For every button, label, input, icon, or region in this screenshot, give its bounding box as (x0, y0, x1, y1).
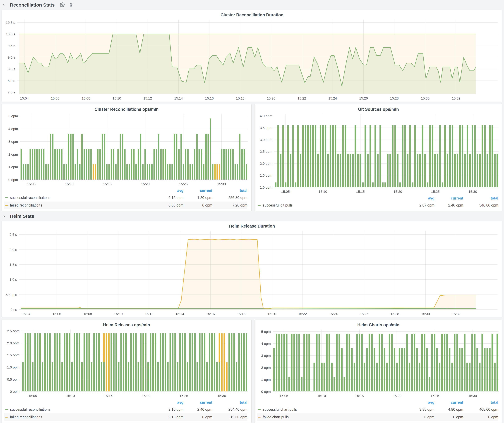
svg-text:15:20: 15:20 (393, 394, 402, 398)
legend-header-total[interactable]: total (463, 400, 498, 405)
series-label[interactable]: successful chart pulls (263, 407, 297, 412)
svg-text:15:08: 15:08 (82, 96, 90, 100)
series-label[interactable]: successful reconciliations (10, 407, 50, 412)
svg-text:1.5 opm: 1.5 opm (7, 353, 20, 357)
trash-icon (69, 2, 73, 8)
svg-text:1.5 opm: 1.5 opm (260, 174, 272, 177)
series-label[interactable]: successful git pulls (263, 203, 293, 207)
git-sources-opm-chart[interactable]: 15:0515:1015:1515:2015:2515:301.0 opm1.5… (254, 112, 502, 195)
svg-text:15:20: 15:20 (268, 312, 276, 316)
series-swatch (258, 409, 261, 410)
legend-header-total[interactable]: total (212, 400, 247, 405)
panel-title[interactable]: Cluster Reconciliations ops/min (2, 104, 251, 112)
svg-text:15:28: 15:28 (390, 96, 399, 100)
svg-text:15:04: 15:04 (22, 312, 30, 316)
series-swatch (5, 417, 8, 417)
svg-text:15:10: 15:10 (318, 190, 327, 194)
svg-text:0 opm: 0 opm (10, 390, 19, 394)
series-current: 4.80 opm (434, 407, 463, 412)
svg-text:15:14: 15:14 (174, 96, 183, 100)
svg-text:7.5 s: 7.5 s (8, 90, 15, 94)
series-label[interactable]: failed reconciliations (10, 415, 42, 419)
series-current: 2.40 opm (434, 203, 463, 207)
svg-text:15:30: 15:30 (217, 394, 226, 398)
legend-header-avg[interactable]: avg (406, 196, 434, 200)
svg-text:2.5 opm: 2.5 opm (260, 150, 272, 153)
series-total: 254.40 opm (212, 407, 247, 412)
svg-text:15:12: 15:12 (143, 96, 152, 100)
svg-text:15:15: 15:15 (104, 394, 113, 398)
legend-header-total[interactable]: total (212, 189, 247, 193)
panel-title[interactable]: Helm Releases ops/min (2, 320, 251, 328)
svg-text:15:10: 15:10 (317, 394, 326, 398)
panel-cluster-reconciliations-opm: Cluster Reconciliations ops/min 15:0515:… (1, 104, 252, 211)
legend-row: successful chart pulls 3.85 opm 4.80 opm… (257, 406, 498, 413)
chart-svg: 15:0415:0615:0815:1015:1215:1415:1615:18… (2, 18, 502, 102)
series-label[interactable]: failed reconciliations (10, 203, 42, 207)
panel-title[interactable]: Cluster Reconciliation Duration (2, 10, 502, 18)
legend-row: failed reconciliations 0.06 opm 0 opm 7.… (4, 201, 247, 209)
svg-text:15:30: 15:30 (468, 394, 477, 398)
svg-text:3 opm: 3 opm (261, 354, 271, 358)
series-label[interactable]: successful reconciliations (10, 196, 50, 200)
legend-row: successful reconciliations 2.12 opm 1.20… (4, 194, 247, 201)
legend-header-avg[interactable]: avg (155, 400, 183, 405)
series-current: 2.40 opm (183, 407, 212, 412)
legend-header-avg[interactable]: avg (155, 189, 183, 193)
legend-header-current[interactable]: current (183, 189, 212, 193)
series-total: 15.60 opm (212, 415, 247, 419)
svg-text:15:10: 15:10 (66, 394, 75, 398)
cluster-reconciliation-duration-chart[interactable]: 15:0415:0615:0815:1015:1215:1415:1615:18… (2, 18, 502, 102)
series-label[interactable]: failed chart pulls (263, 415, 289, 419)
section-title: Reconciliation Stats (10, 2, 55, 8)
svg-text:15:32: 15:32 (452, 312, 461, 316)
svg-text:8.5 s: 8.5 s (8, 67, 15, 71)
legend: avg current total successful git pulls 2… (254, 195, 502, 211)
series-swatch (258, 417, 261, 417)
svg-text:1.5 s: 1.5 s (10, 263, 17, 267)
svg-text:2.0 opm: 2.0 opm (260, 162, 272, 165)
svg-text:15:30: 15:30 (468, 190, 477, 194)
cluster-reconciliations-opm-chart[interactable]: 15:0515:1015:1515:2015:2515:300 opm1 opm… (2, 112, 251, 187)
panel-title[interactable]: Helm Release Duration (2, 221, 502, 229)
section-header-reconciliation-stats[interactable]: Reconciliation Stats (0, 0, 504, 10)
section-title: Helm Stats (10, 213, 34, 219)
section-header-helm-stats[interactable]: Helm Stats (0, 211, 504, 221)
svg-text:2.5 opm: 2.5 opm (7, 329, 20, 333)
legend-header-current[interactable]: current (434, 400, 463, 405)
svg-text:2 opm: 2 opm (8, 153, 18, 156)
svg-text:15:05: 15:05 (280, 394, 288, 398)
svg-text:15:20: 15:20 (394, 190, 402, 194)
svg-text:15:22: 15:22 (298, 96, 306, 100)
panel-helm-release-duration: Helm Release Duration 15:0415:0615:0815:… (1, 221, 503, 317)
legend-header-current[interactable]: current (434, 196, 463, 200)
helm-charts-opm-chart[interactable]: 15:0515:1015:1515:2015:2515:300 opm1 opm… (254, 328, 502, 399)
series-avg: 0 opm (406, 415, 434, 419)
legend-header-total[interactable]: total (463, 196, 498, 200)
svg-text:1.0 opm: 1.0 opm (7, 365, 20, 369)
svg-text:15:05: 15:05 (281, 190, 290, 194)
svg-text:5 opm: 5 opm (261, 330, 271, 334)
legend-header-avg[interactable]: avg (406, 400, 434, 405)
chart-svg: 15:0515:1015:1515:2015:2515:300 opm1 opm… (2, 112, 251, 187)
svg-text:10.5 s: 10.5 s (6, 21, 15, 25)
helm-releases-opm-chart[interactable]: 15:0515:1015:1515:2015:2515:300 opm0.5 o… (2, 328, 251, 399)
series-avg: 0.06 opm (155, 203, 183, 207)
svg-text:15:20: 15:20 (267, 96, 275, 100)
chart-svg: 15:0515:1015:1515:2015:2515:301.0 opm1.5… (254, 112, 502, 195)
helm-release-duration-chart[interactable]: 15:0415:0615:0815:1015:1215:1415:1615:18… (2, 229, 502, 317)
svg-text:15:30: 15:30 (421, 96, 430, 100)
svg-text:500 ms: 500 ms (6, 293, 17, 297)
trash-button[interactable] (69, 2, 73, 8)
gear-button[interactable] (60, 2, 65, 8)
svg-text:5 opm: 5 opm (8, 114, 18, 118)
svg-text:15:30: 15:30 (217, 182, 226, 186)
svg-text:15:15: 15:15 (355, 394, 364, 398)
panel-title[interactable]: Helm Charts ops/min (254, 320, 502, 328)
panel-title[interactable]: Git Sources ops/min (254, 104, 502, 112)
legend: avg current total successful reconciliat… (2, 399, 251, 423)
svg-text:15:12: 15:12 (145, 312, 153, 316)
svg-text:15:32: 15:32 (452, 96, 460, 100)
legend-header-current[interactable]: current (183, 400, 212, 405)
svg-text:8.0 s: 8.0 s (8, 79, 15, 83)
